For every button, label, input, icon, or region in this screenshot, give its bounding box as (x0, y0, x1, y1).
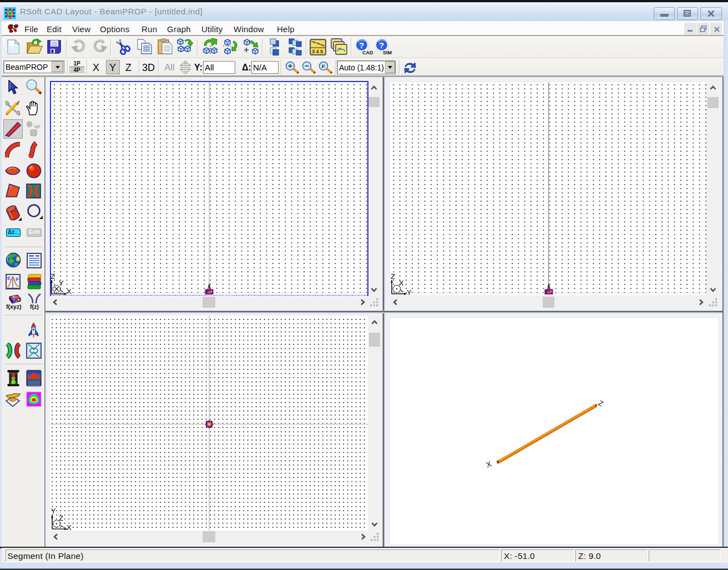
svg-text:Z: Z (50, 272, 55, 281)
svg-text:X: X (67, 287, 72, 296)
svg-text:Z: Z (597, 399, 605, 408)
svg-text:?: ? (359, 40, 364, 50)
svg-text:Y: Y (407, 288, 412, 296)
svg-text:SIM: SIM (383, 50, 392, 55)
svg-text:Z: Z (59, 514, 63, 522)
svg-text:X: X (67, 523, 72, 531)
svg-text:CAD: CAD (362, 50, 373, 55)
svg-text:F: F (322, 64, 325, 69)
svg-text:E: E (7, 276, 11, 281)
svg-text:Y: Y (59, 279, 64, 287)
svg-text:X: X (399, 279, 404, 287)
svg-text:X: X (485, 459, 493, 469)
svg-text:Y: Y (51, 507, 56, 515)
svg-text:3 4 5: 3 4 5 (312, 49, 323, 54)
svg-text:μ: μ (16, 276, 19, 281)
svg-text:?: ? (379, 40, 384, 50)
svg-text:Z: Z (391, 272, 395, 281)
